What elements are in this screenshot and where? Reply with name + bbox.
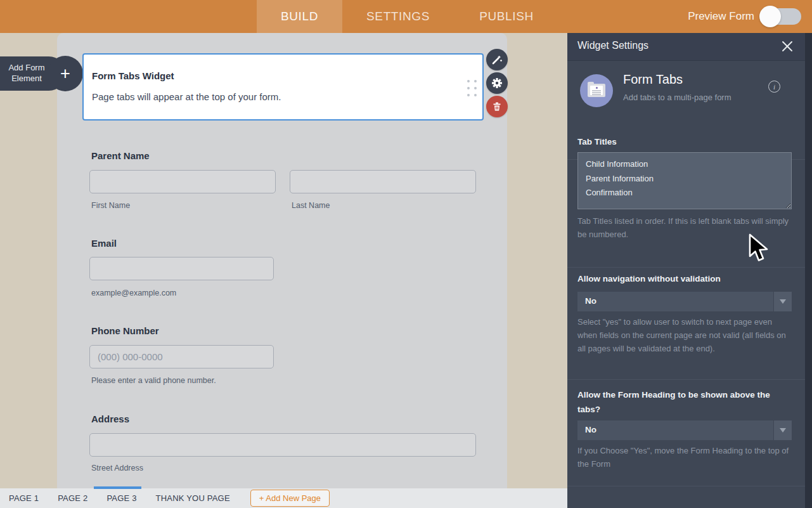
widget-subtitle: Add tabs to a multi-page form [623, 93, 731, 102]
chevron-down-icon [773, 292, 792, 311]
form-tabs-widget-card[interactable]: Form Tabs Widget Page tabs will appear a… [82, 53, 484, 120]
email-sublabel: example@example.com [91, 289, 176, 297]
top-navigation-bar: BUILD SETTINGS PUBLISH Preview Form [0, 0, 812, 33]
section-divider [567, 486, 805, 486]
toggle-knob [759, 6, 781, 27]
last-name-sublabel: Last Name [292, 201, 330, 210]
magic-wand-button[interactable] [486, 49, 508, 70]
magic-wand-icon [491, 54, 503, 65]
allow-navigation-dropdown[interactable]: No [577, 292, 792, 311]
add-new-page-button[interactable]: + Add New Page [250, 490, 330, 507]
field-label-phone: Phone Number [91, 325, 159, 336]
tab-titles-help: Tab Titles listed in order. If this is l… [577, 214, 793, 241]
email-input[interactable] [89, 257, 274, 280]
page-tab-2[interactable]: PAGE 2 [58, 493, 87, 503]
widget-name: Form Tabs [623, 72, 683, 87]
form-heading-dropdown[interactable]: No [577, 420, 792, 440]
tab-publish[interactable]: PUBLISH [454, 0, 559, 33]
form-heading-help: If you Choose "Yes", move the Form Headi… [577, 444, 793, 471]
panel-header: Widget Settings [567, 33, 805, 61]
chevron-down-icon [773, 420, 792, 440]
trash-icon [492, 101, 502, 112]
last-name-input[interactable] [290, 170, 476, 193]
section-divider [567, 379, 805, 380]
page-tabs-bar: PAGE 1 PAGE 2 PAGE 3 THANK YOU PAGE + Ad… [0, 488, 567, 508]
delete-widget-button[interactable] [486, 96, 508, 117]
panel-title: Widget Settings [577, 40, 648, 51]
info-icon[interactable]: i [768, 81, 780, 93]
add-form-element-button[interactable]: Add Form Element + [0, 56, 83, 91]
form-heading-value: No [585, 425, 596, 434]
form-heading-label: Allow the Form Heading to be shown above… [577, 388, 789, 417]
allow-navigation-value: No [585, 296, 596, 306]
street-address-input[interactable] [89, 433, 476, 457]
preview-form-label: Preview Form [688, 10, 754, 23]
phone-input[interactable] [89, 345, 274, 368]
section-divider [567, 267, 805, 268]
top-tabs: BUILD SETTINGS PUBLISH [257, 0, 559, 33]
close-icon[interactable] [781, 40, 794, 53]
gear-icon [491, 77, 503, 89]
page-tab-thank-you[interactable]: THANK YOU PAGE [156, 493, 230, 503]
preview-form-toggle[interactable] [761, 8, 801, 25]
tab-build[interactable]: BUILD [257, 0, 342, 33]
page-tab-1[interactable]: PAGE 1 [9, 493, 39, 503]
widget-card-title: Form Tabs Widget [92, 70, 174, 81]
street-address-sublabel: Street Address [91, 464, 143, 472]
field-label-address: Address [91, 414, 129, 424]
tab-titles-label: Tab Titles [577, 134, 617, 149]
first-name-input[interactable] [89, 170, 276, 193]
field-label-email: Email [91, 238, 117, 249]
first-name-sublabel: First Name [91, 201, 130, 210]
add-element-label: Add Form Element [6, 62, 47, 84]
tab-titles-textarea[interactable]: Child Information Parent Information Con… [577, 152, 792, 209]
form-builder-app: BUILD SETTINGS PUBLISH Preview Form Add … [0, 0, 812, 508]
widget-settings-panel: Widget Settings Form Tabs Add tabs to a … [567, 33, 812, 508]
allow-navigation-help: Select "yes" to allow user to switch to … [577, 315, 793, 355]
phone-sublabel: Please enter a valid phone number. [91, 376, 216, 385]
allow-navigation-label: Allow navigation without validation [577, 271, 721, 286]
tab-settings[interactable]: SETTINGS [342, 0, 454, 33]
plus-icon: + [48, 56, 83, 91]
page-tab-3[interactable]: PAGE 3 [106, 493, 136, 503]
panel-scrollbar-track[interactable] [805, 33, 812, 508]
form-tabs-widget-icon [580, 74, 613, 107]
field-label-parent-name: Parent Name [91, 150, 150, 161]
widget-settings-button[interactable] [486, 72, 508, 94]
widget-card-description: Page tabs will appear at the top of your… [92, 91, 281, 102]
drag-handle-icon[interactable] [467, 80, 477, 96]
